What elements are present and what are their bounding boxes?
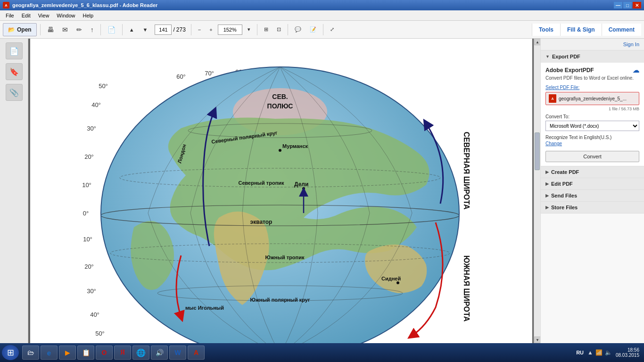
- taskbar-yandex[interactable]: Я: [114, 346, 131, 360]
- attachments-panel-button[interactable]: 📎: [6, 84, 23, 101]
- svg-text:экватор: экватор: [250, 219, 272, 225]
- zoom-in-button[interactable]: +: [206, 23, 215, 36]
- export-pdf-content: Adobe ExportPDF ☁ Convert PDF files to W…: [541, 63, 644, 166]
- scroll-down-button[interactable]: ▼: [534, 337, 541, 343]
- volume-icon: 🔈: [605, 349, 612, 356]
- svg-text:Дели: Дели: [294, 181, 308, 188]
- zoom-dropdown-button[interactable]: ▾: [244, 23, 254, 36]
- scrollbar[interactable]: ▲ ▼: [534, 39, 540, 343]
- prev-page-button[interactable]: ▲: [126, 23, 138, 36]
- tools-button[interactable]: Tools: [532, 24, 560, 36]
- comment-button[interactable]: 💬: [291, 23, 305, 36]
- sound-icon: 🔊: [155, 348, 164, 357]
- print-button[interactable]: 🖶: [44, 23, 57, 36]
- title-bar-controls[interactable]: — □ ✕: [614, 2, 641, 8]
- export-arrow-icon: ▼: [545, 54, 550, 59]
- send-files-section[interactable]: ▶ Send Files: [541, 190, 644, 202]
- export-pdf-header[interactable]: ▼ Export PDF: [541, 50, 644, 63]
- taskbar-ie[interactable]: e: [41, 346, 58, 360]
- cloud-icon[interactable]: ☁: [633, 66, 639, 74]
- pages-panel-button[interactable]: 📄: [6, 42, 23, 59]
- menu-edit[interactable]: Edit: [18, 12, 34, 19]
- left-panel: 📄 🔖 📎: [0, 39, 28, 343]
- marquee-icon: ⤢: [330, 26, 334, 33]
- edit-pdf-section[interactable]: ▶ Edit PDF: [541, 178, 644, 190]
- svg-text:10°: 10°: [82, 181, 91, 189]
- svg-text:40°: 40°: [91, 101, 101, 108]
- sign-icon: ↑: [91, 26, 94, 33]
- scroll-thumb[interactable]: [535, 132, 540, 170]
- taskbar-explorer[interactable]: 🗁: [22, 346, 39, 360]
- taskbar-chrome[interactable]: 🌐: [132, 346, 149, 360]
- svg-text:Северный тропик: Северный тропик: [238, 180, 284, 186]
- taskbar-acrobat[interactable]: A: [188, 346, 205, 360]
- opera-icon: O: [100, 348, 108, 357]
- close-button[interactable]: ✕: [633, 2, 641, 8]
- menu-help[interactable]: Help: [79, 12, 97, 19]
- next-page-button[interactable]: ▼: [140, 23, 151, 36]
- review-icon: 📝: [310, 26, 316, 33]
- minimize-button[interactable]: —: [614, 2, 622, 8]
- separator-2: [100, 24, 101, 35]
- menu-view[interactable]: View: [34, 12, 53, 19]
- svg-text:ЮЖНАЯ ШИРОТА: ЮЖНАЯ ШИРОТА: [462, 255, 471, 322]
- svg-point-33: [279, 149, 281, 152]
- app-icon: A: [3, 2, 9, 8]
- svg-text:ПОЛЮС: ПОЛЮС: [267, 102, 293, 110]
- fit-width-button[interactable]: ⊡: [273, 23, 284, 36]
- svg-text:20°: 20°: [84, 153, 94, 160]
- content-area: 50° 40° 30° 20° 10° 0° 10° 20° 30° 40° 5…: [28, 39, 534, 343]
- annotate-button[interactable]: ✏: [73, 23, 85, 36]
- taskbar-media[interactable]: ▶: [59, 346, 76, 360]
- open-button[interactable]: 📂 Open: [3, 23, 37, 36]
- svg-text:70°: 70°: [205, 70, 214, 77]
- zoom-input[interactable]: [218, 25, 242, 35]
- media-icon: ▶: [63, 348, 72, 357]
- export-pdf-section: ▼ Export PDF Adobe ExportPDF ☁ Convert P…: [541, 50, 644, 166]
- svg-text:20°: 20°: [84, 263, 94, 270]
- convert-button[interactable]: Convert: [545, 151, 639, 162]
- scroll-up-button[interactable]: ▲: [534, 39, 541, 45]
- review-button[interactable]: 📝: [306, 23, 320, 36]
- menu-window[interactable]: Window: [53, 12, 79, 19]
- svg-text:СЕВ.: СЕВ.: [272, 93, 288, 100]
- email-button[interactable]: ✉: [59, 23, 71, 36]
- select-pdf-label[interactable]: Select PDF File:: [545, 85, 639, 90]
- separator-1: [40, 24, 41, 35]
- fit-page-button[interactable]: ⊞: [261, 23, 272, 36]
- zoom-out-button[interactable]: −: [195, 23, 204, 36]
- marquee-zoom-button[interactable]: ⤢: [327, 23, 338, 36]
- change-language-link[interactable]: Change: [545, 141, 639, 146]
- svg-text:Мурманск: Мурманск: [282, 143, 308, 149]
- fill-sign-button[interactable]: Fill & Sign: [560, 24, 602, 36]
- start-button[interactable]: ⊞: [2, 345, 19, 360]
- maximize-button[interactable]: □: [623, 2, 632, 8]
- sign-button[interactable]: ↑: [87, 23, 97, 36]
- top-right-tools: Tools Fill & Sign Comment: [532, 24, 641, 36]
- svg-text:0°: 0°: [83, 210, 88, 217]
- main-area: 📄 🔖 📎 50° 40° 30° 20° 10° 0° 10° 20° 30°…: [0, 39, 644, 343]
- bookmarks-panel-button[interactable]: 🔖: [6, 63, 23, 80]
- edit-pdf-label: Edit PDF: [551, 181, 573, 187]
- right-panel: Sign In ▼ Export PDF Adobe ExportPDF ☁ C…: [540, 39, 644, 343]
- page-copy-button[interactable]: 📄: [104, 23, 119, 36]
- store-files-section[interactable]: ▶ Store Files: [541, 202, 644, 214]
- doc-icon: 📋: [82, 348, 90, 357]
- convert-to-select[interactable]: Microsoft Word (*.docx): [545, 121, 639, 131]
- menu-file[interactable]: File: [2, 12, 18, 19]
- taskbar-doc[interactable]: 📋: [77, 346, 94, 360]
- page-number-input[interactable]: [155, 25, 172, 35]
- svg-text:50°: 50°: [99, 82, 108, 90]
- scroll-track[interactable]: [534, 45, 540, 337]
- create-pdf-arrow-icon: ▶: [545, 170, 549, 174]
- taskbar-opera[interactable]: O: [96, 346, 113, 360]
- comment-panel-button[interactable]: Comment: [602, 24, 641, 36]
- total-pages: 273: [176, 26, 186, 33]
- sign-in-link[interactable]: Sign In: [541, 39, 644, 50]
- taskbar-sound[interactable]: 🔊: [151, 346, 168, 360]
- chevron-down-icon: ▾: [248, 26, 250, 33]
- taskbar-word[interactable]: W: [169, 346, 186, 360]
- yandex-icon: Я: [118, 348, 127, 357]
- create-pdf-section[interactable]: ▶ Create PDF: [541, 166, 644, 178]
- folder-icon: 📂: [8, 26, 15, 33]
